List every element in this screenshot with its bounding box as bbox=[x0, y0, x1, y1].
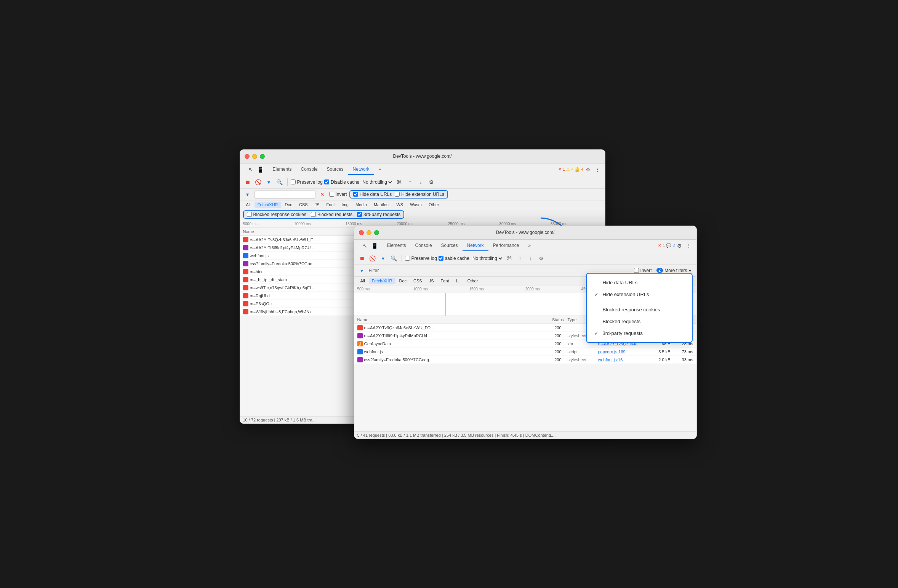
clear-filter-btn[interactable]: ✕ bbox=[318, 190, 327, 199]
search-btn[interactable]: 🔍 bbox=[275, 178, 284, 187]
front-preserve-log-label[interactable]: Preserve log bbox=[405, 256, 437, 261]
type-media[interactable]: Media bbox=[352, 202, 370, 208]
type-font[interactable]: Font bbox=[323, 202, 338, 208]
maximize-button-front[interactable] bbox=[374, 230, 379, 235]
dropdown-hide-data-urls[interactable]: Hide data URLs bbox=[587, 277, 692, 288]
front-settings-icon[interactable]: ⚙ bbox=[675, 241, 684, 250]
type-doc[interactable]: Doc bbox=[282, 202, 296, 208]
front-clear-btn[interactable]: 🚫 bbox=[368, 254, 377, 263]
front-type-css[interactable]: CSS bbox=[410, 278, 425, 284]
clear-btn[interactable]: 🚫 bbox=[254, 178, 263, 187]
type-css[interactable]: CSS bbox=[296, 202, 311, 208]
invert-checkbox[interactable] bbox=[329, 192, 334, 197]
front-throttle-select[interactable]: No throttling bbox=[471, 255, 503, 261]
hide-data-urls-checkbox[interactable] bbox=[353, 192, 358, 197]
settings-icon[interactable]: ⚙ bbox=[584, 165, 593, 174]
tab-console[interactable]: Console bbox=[296, 164, 322, 175]
front-filter-icon2[interactable]: ▾ bbox=[357, 266, 367, 275]
minimize-button[interactable] bbox=[252, 154, 257, 159]
filter-input[interactable] bbox=[255, 190, 315, 199]
front-disable-cache-label[interactable]: sable cache bbox=[439, 256, 469, 261]
front-more-icon[interactable]: ⋮ bbox=[684, 241, 693, 250]
third-party-requests-checkbox[interactable] bbox=[357, 212, 362, 217]
blocked-response-cookies-label[interactable]: Blocked response cookies bbox=[247, 212, 306, 217]
row-initiator[interactable]: webfont.js:16 bbox=[598, 357, 644, 362]
chevron-down-icon: ▾ bbox=[689, 268, 691, 273]
front-type-all[interactable]: All bbox=[357, 278, 368, 284]
resource-icon bbox=[243, 285, 248, 290]
front-type-doc[interactable]: Doc bbox=[396, 278, 410, 284]
close-button-front[interactable] bbox=[359, 230, 364, 235]
front-search-btn[interactable]: 🔍 bbox=[389, 254, 399, 263]
tab-more[interactable]: » bbox=[374, 164, 386, 175]
throttle-select[interactable]: No throttling bbox=[361, 179, 393, 185]
front-tab-network[interactable]: Network bbox=[463, 240, 488, 251]
wifi-icon[interactable]: ⌘ bbox=[395, 178, 404, 187]
inspector-icon[interactable]: ↖ bbox=[246, 165, 255, 174]
front-tab-elements[interactable]: Elements bbox=[383, 240, 411, 251]
type-other[interactable]: Other bbox=[426, 202, 442, 208]
preserve-log-label[interactable]: Preserve log bbox=[291, 179, 323, 185]
front-tab-console[interactable]: Console bbox=[411, 240, 437, 251]
download-icon[interactable]: ↓ bbox=[416, 178, 425, 187]
row-initiator[interactable]: popcorn.js:169 bbox=[598, 349, 644, 354]
front-stop-btn[interactable]: ⏹ bbox=[357, 254, 367, 263]
front-type-other[interactable]: Other bbox=[464, 278, 481, 284]
front-tab-more[interactable]: » bbox=[523, 240, 535, 251]
hide-data-urls-label[interactable]: Hide data URLs bbox=[353, 192, 392, 197]
front-preserve-log-checkbox[interactable] bbox=[405, 256, 410, 261]
tab-elements[interactable]: Elements bbox=[268, 164, 296, 175]
type-wasm[interactable]: Wasm bbox=[407, 202, 425, 208]
front-invert-checkbox[interactable] bbox=[634, 268, 639, 273]
maximize-button[interactable] bbox=[260, 154, 265, 159]
type-img[interactable]: Img bbox=[339, 202, 352, 208]
stop-recording-btn[interactable]: ⏹ bbox=[243, 178, 252, 187]
type-js[interactable]: JS bbox=[312, 202, 323, 208]
front-type-img[interactable]: I... bbox=[453, 278, 464, 284]
front-disable-cache-checkbox[interactable] bbox=[439, 256, 443, 261]
front-type-font[interactable]: Font bbox=[438, 278, 452, 284]
disable-cache-checkbox[interactable] bbox=[324, 179, 329, 184]
front-upload-icon[interactable]: ↑ bbox=[515, 254, 525, 263]
front-tab-sources[interactable]: Sources bbox=[437, 240, 463, 251]
type-ws[interactable]: WS bbox=[393, 202, 406, 208]
table-row[interactable]: webfont.js 200 script popcorn.js:169 5.5… bbox=[354, 348, 696, 356]
blocked-requests-checkbox[interactable] bbox=[311, 212, 316, 217]
hide-extension-urls-checkbox[interactable] bbox=[395, 192, 400, 197]
preserve-log-checkbox[interactable] bbox=[291, 179, 296, 184]
disable-cache-label[interactable]: Disable cache bbox=[324, 179, 359, 185]
front-settings2-icon[interactable]: ⚙ bbox=[537, 254, 546, 263]
front-type-fetchxhr[interactable]: Fetch/XHR bbox=[369, 278, 395, 284]
blocked-response-cookies-checkbox[interactable] bbox=[247, 212, 252, 217]
close-button[interactable] bbox=[245, 154, 250, 159]
dropdown-hide-extension-urls[interactable]: Hide extension URLs bbox=[587, 288, 692, 300]
dropdown-blocked-response-cookies[interactable]: Blocked response cookies bbox=[587, 304, 692, 316]
front-download-icon[interactable]: ↓ bbox=[526, 254, 535, 263]
invert-label[interactable]: Invert bbox=[329, 192, 347, 197]
device-icon[interactable]: 📱 bbox=[256, 165, 265, 174]
type-fetchxhr[interactable]: Fetch/XHR bbox=[255, 202, 281, 208]
dropdown-blocked-requests[interactable]: Blocked requests bbox=[587, 316, 692, 327]
filter-icon2[interactable]: ▾ bbox=[243, 190, 252, 199]
upload-icon[interactable]: ↑ bbox=[405, 178, 415, 187]
front-invert-label[interactable]: Invert bbox=[634, 268, 652, 273]
type-manifest[interactable]: Manifest bbox=[371, 202, 393, 208]
settings2-icon[interactable]: ⚙ bbox=[427, 178, 436, 187]
front-type-js[interactable]: JS bbox=[426, 278, 437, 284]
tab-network[interactable]: Network bbox=[348, 164, 374, 175]
filter-icon[interactable]: ▾ bbox=[264, 178, 274, 187]
minimize-button-front[interactable] bbox=[367, 230, 371, 235]
table-row[interactable]: css?family=Fredoka:500%7CGoog... 200 sty… bbox=[354, 356, 696, 364]
inspector-icon-front[interactable]: ↖ bbox=[360, 241, 370, 250]
front-filter-icon[interactable]: ▾ bbox=[379, 254, 388, 263]
third-party-requests-label[interactable]: 3rd-party requests bbox=[357, 212, 400, 217]
device-icon-front[interactable]: 📱 bbox=[370, 241, 379, 250]
blocked-requests-label[interactable]: Blocked requests bbox=[311, 212, 352, 217]
hide-extension-urls-label[interactable]: Hide extension URLs bbox=[395, 192, 444, 197]
front-tab-performance[interactable]: Performance bbox=[488, 240, 524, 251]
dropdown-third-party-requests[interactable]: 3rd-party requests bbox=[587, 327, 692, 339]
more-icon[interactable]: ⋮ bbox=[593, 165, 602, 174]
tab-sources[interactable]: Sources bbox=[322, 164, 348, 175]
type-all[interactable]: All bbox=[243, 202, 254, 208]
front-wifi-icon[interactable]: ⌘ bbox=[505, 254, 514, 263]
